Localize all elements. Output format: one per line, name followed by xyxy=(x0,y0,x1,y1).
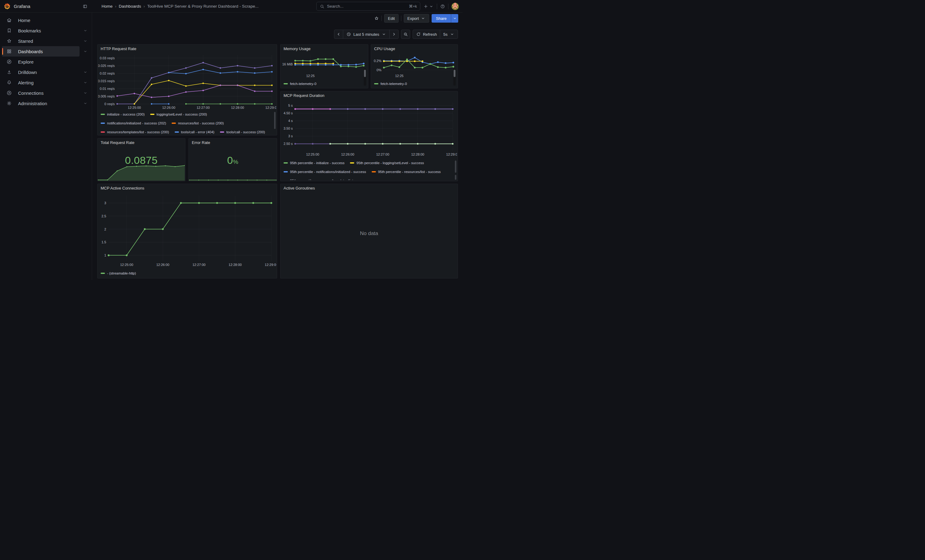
share-button[interactable]: Share xyxy=(432,14,451,23)
add-new-button[interactable] xyxy=(423,2,434,11)
legend-scrollbar[interactable] xyxy=(455,161,456,173)
http-legend-item[interactable]: resources/list - success (200) xyxy=(172,121,224,125)
mcp-active-connections-chart[interactable]: 12:25:0012:26:0012:27:0012:28:0012:29:00… xyxy=(98,192,276,269)
legend-scrollbar[interactable] xyxy=(274,112,276,129)
data-point xyxy=(294,60,296,62)
legend-series-color-chip xyxy=(374,83,378,84)
share-dropdown-button[interactable] xyxy=(451,14,458,23)
data-point xyxy=(434,108,436,110)
cpu-usage-chart[interactable]: 12:250.2%0% xyxy=(372,52,457,78)
chevron-down-icon[interactable] xyxy=(83,70,87,74)
sidebar-item-administration[interactable]: Administration xyxy=(2,98,80,108)
favorite-star-button[interactable] xyxy=(374,14,379,23)
y-axis-tick-label: 0.005 req/s xyxy=(98,95,115,98)
chevron-down-icon[interactable] xyxy=(83,49,87,54)
time-range-back-button[interactable] xyxy=(334,30,343,39)
data-point xyxy=(355,66,357,68)
legend-scrollbar[interactable] xyxy=(453,70,455,77)
chevron-down-icon[interactable] xyxy=(83,39,87,43)
memory-usage-chart[interactable]: 12:2516 MiB xyxy=(281,52,368,78)
y-axis-tick-label: 16 MiB xyxy=(282,62,293,66)
duration-legend-item[interactable]: 95th percentile - notifications/initiali… xyxy=(283,170,366,174)
cpu-legend-item[interactable]: fetch-telemetry-0 xyxy=(374,82,407,86)
breadcrumb-dashboards[interactable]: Dashboards xyxy=(119,4,141,9)
chevron-down-icon[interactable] xyxy=(83,29,87,33)
dashboard-actions: Edit Export Share xyxy=(374,14,458,23)
http-legend-item[interactable]: resources/templates/list - success (200) xyxy=(101,130,169,134)
http-request-rate-chart[interactable]: 12:25:0012:26:0012:27:0012:28:0012:29:00… xyxy=(98,53,276,111)
data-point xyxy=(422,60,423,62)
duration-legend-item[interactable]: 95th percentile - resources/templates/li… xyxy=(283,179,369,180)
connections-legend-item[interactable]: - (streamable-http) xyxy=(101,271,136,275)
http-legend-item[interactable]: logging/setLevel - success (200) xyxy=(150,112,207,116)
breadcrumb-home[interactable]: Home xyxy=(102,4,113,9)
panel-title[interactable]: CPU Usage xyxy=(371,45,458,51)
search-input[interactable]: Search... ⌘+k xyxy=(316,2,420,11)
panel-title[interactable]: Error Rate xyxy=(189,138,277,145)
time-range-picker[interactable]: Last 5 minutes xyxy=(343,30,390,39)
duration-legend-item[interactable]: 95th percentile - resources/list - succe… xyxy=(372,170,441,174)
edit-button[interactable]: Edit xyxy=(384,14,398,23)
help-button[interactable] xyxy=(440,2,445,11)
sidebar-item-connections[interactable]: Connections xyxy=(2,88,80,98)
data-point xyxy=(399,108,401,110)
legend-series-color-chip xyxy=(372,171,376,173)
sidebar-item-label: Administration xyxy=(18,101,47,106)
sidebar-item-alerting[interactable]: Alerting xyxy=(2,77,80,88)
sidebar-item-dashboards[interactable]: Dashboards xyxy=(2,46,80,57)
connections-legend: - (streamable-http) xyxy=(101,270,142,276)
data-point xyxy=(302,64,304,66)
http-legend-item[interactable]: tools/call - error (404) xyxy=(175,130,214,134)
legend-scrollbar[interactable] xyxy=(364,70,366,77)
mcp-request-duration-chart[interactable]: 12:25:0012:26:0012:27:0012:28:0012:29:00… xyxy=(281,99,457,158)
y-axis-tick-label: 0.025 req/s xyxy=(98,64,115,68)
http-legend-item[interactable]: initialize - success (200) xyxy=(101,112,145,116)
data-point xyxy=(363,65,365,67)
sidebar-item-home[interactable]: Home xyxy=(2,15,80,26)
http-legend-item[interactable]: notifications/initialized - success (202… xyxy=(101,121,166,125)
data-point xyxy=(355,64,357,65)
zoom-out-button[interactable] xyxy=(401,30,410,39)
sidebar-item-explore[interactable]: Explore xyxy=(2,57,80,67)
panel-title[interactable]: Active Goroutines xyxy=(280,184,458,191)
duration-legend-item[interactable]: 95th percentile - initialize - success xyxy=(283,161,344,165)
x-axis-tick-label: 12:25:00 xyxy=(120,263,133,267)
chevron-down-icon[interactable] xyxy=(83,101,87,105)
panel-title[interactable]: MCP Active Connections xyxy=(98,184,277,191)
duration-legend-item[interactable]: 95th percentile - logging/setLevel - suc… xyxy=(350,161,424,165)
sidebar-item-drilldown[interactable]: Drilldown xyxy=(2,67,80,77)
sidebar-item-starred[interactable]: Starred xyxy=(2,36,80,46)
chevron-down-icon[interactable] xyxy=(83,80,87,85)
data-point xyxy=(220,72,221,74)
refresh-interval-dropdown[interactable]: 5s xyxy=(440,30,458,39)
export-button[interactable]: Export xyxy=(404,14,429,23)
data-point xyxy=(168,96,169,97)
time-range-forward-button[interactable] xyxy=(389,30,399,39)
y-axis-tick-label: 1 xyxy=(104,254,106,257)
sidebar-item-label: Bookmarks xyxy=(18,28,41,33)
help-icon xyxy=(440,4,445,9)
http-legend-item[interactable]: tools/call - success (200) xyxy=(220,130,265,134)
data-point xyxy=(185,67,187,69)
panel-title[interactable]: HTTP Request Rate xyxy=(98,45,277,51)
data-point xyxy=(144,228,146,230)
data-point xyxy=(302,60,304,62)
refresh-button[interactable]: Refresh xyxy=(413,30,440,39)
panel-scrollbar[interactable] xyxy=(455,175,456,180)
chevron-down-icon xyxy=(429,4,434,9)
user-avatar[interactable] xyxy=(452,3,459,10)
chevron-down-icon[interactable] xyxy=(83,91,87,95)
memory-legend-item[interactable]: fetch-telemetry-0 xyxy=(283,82,316,86)
panel-title[interactable]: Memory Usage xyxy=(280,45,368,51)
sidebar-toggle-icon[interactable] xyxy=(83,3,90,10)
panel-title[interactable]: MCP Request Duration xyxy=(280,92,458,98)
data-point xyxy=(347,143,348,144)
panel-title[interactable]: Total Request Rate xyxy=(98,138,185,145)
data-point xyxy=(414,67,416,69)
data-point xyxy=(452,108,453,110)
grafana-logo-icon[interactable] xyxy=(4,3,11,10)
data-point xyxy=(406,60,408,62)
sidebar-item-bookmarks[interactable]: Bookmarks xyxy=(2,26,80,36)
brand: Grafana xyxy=(0,3,77,10)
data-point xyxy=(162,228,164,230)
